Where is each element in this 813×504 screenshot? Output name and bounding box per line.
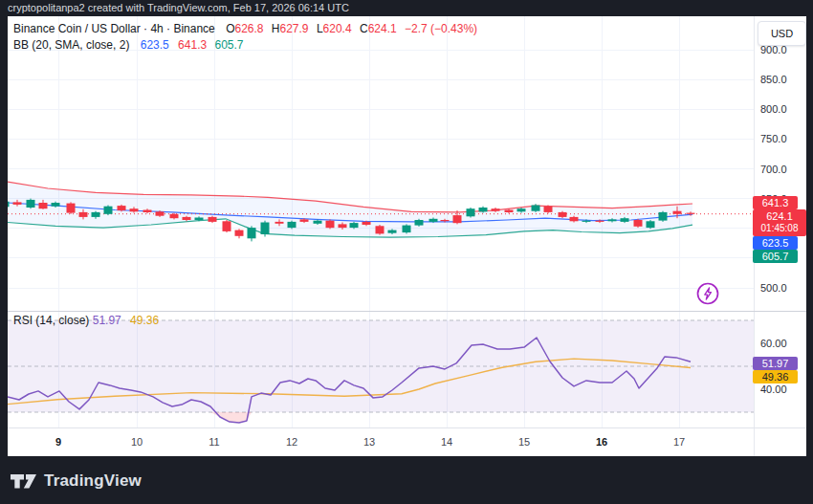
rsi-tick-label: 40.00: [760, 383, 787, 395]
candle-body: [288, 222, 297, 228]
candle-body: [170, 214, 179, 218]
bb-upper-value: 641.3: [178, 38, 207, 52]
candle-body: [261, 223, 270, 235]
time-axis-label: 15: [518, 436, 530, 448]
candle-body: [621, 218, 629, 222]
price-tick-label: 750.0: [760, 133, 787, 144]
candle-body: [596, 221, 604, 222]
candle-body: [492, 208, 500, 211]
candle-body: [544, 207, 553, 212]
low-label: L: [317, 22, 323, 35]
bb-basis-price-badge: 623.5: [753, 236, 798, 250]
candle-body: [104, 207, 113, 214]
flash-boost-button[interactable]: [695, 281, 720, 306]
candle-body: [143, 210, 152, 213]
chart-panel: Binance Coin / US Dollar · 4h · Binance …: [8, 16, 806, 456]
bar-countdown: 01:45:08: [753, 223, 806, 234]
price-pane[interactable]: [8, 16, 754, 311]
candle-body: [429, 219, 438, 222]
rsi-tick-label: 60.00: [760, 338, 787, 349]
time-axis-label: 12: [286, 436, 297, 448]
rsi-legend-row[interactable]: RSI (14, close) 51.97 49.36: [13, 314, 165, 327]
candle-body: [687, 213, 695, 214]
candle-body: [570, 217, 579, 221]
candle-body: [673, 211, 682, 214]
candle-body: [27, 200, 35, 208]
candle-body: [415, 220, 424, 226]
open-value: 626.8: [234, 22, 263, 35]
high-value: 627.9: [280, 22, 309, 35]
close-label: C: [360, 22, 368, 35]
candle-body: [505, 210, 514, 213]
pane-separator[interactable]: [8, 311, 806, 312]
candle-body: [339, 224, 347, 228]
candle-body: [363, 222, 371, 225]
rsi-indicator-label[interactable]: RSI (14, close): [13, 314, 89, 327]
candle-body: [92, 212, 100, 217]
time-axis-separator: [8, 427, 806, 428]
time-axis-label: 10: [131, 436, 143, 448]
candle-body: [326, 221, 335, 229]
candle-body: [235, 230, 244, 236]
candle-body: [403, 226, 411, 233]
rsi-value: 51.97: [93, 314, 121, 327]
high-label: H: [272, 22, 280, 35]
candle-body: [608, 219, 617, 221]
time-axis[interactable]: 91011121314151617: [8, 428, 754, 456]
candle-body: [195, 218, 204, 221]
low-value: 620.4: [323, 22, 352, 35]
candle-body: [647, 221, 655, 228]
candle-body: [479, 208, 488, 211]
bb-lower-price-badge: 605.7: [753, 250, 798, 263]
tradingview-snapshot: cryptopolitanpa2 created with TradingVie…: [0, 0, 813, 504]
rsi-pane[interactable]: [8, 311, 754, 427]
last-price-value: 624.1: [753, 210, 806, 223]
candle-body: [350, 223, 359, 228]
tradingview-logo-text: TradingView: [44, 471, 142, 491]
symbol-legend-row[interactable]: Binance Coin / US Dollar · 4h · Binance …: [13, 21, 482, 37]
symbol-legend[interactable]: Binance Coin / US Dollar · 4h · Binance …: [13, 21, 482, 54]
tradingview-brand[interactable]: TradingView: [11, 471, 142, 491]
currency-toggle-button[interactable]: USD: [758, 21, 806, 46]
symbol-title[interactable]: Binance Coin / US Dollar · 4h · Binance: [13, 22, 215, 35]
attribution-bar: cryptopolitanpa2 created with TradingVie…: [0, 0, 813, 16]
last-price-badge: 624.1 01:45:08: [753, 209, 806, 236]
rsi-value-badge: 51.97: [753, 357, 798, 370]
candle-body: [275, 222, 284, 224]
time-axis-label: 9: [55, 436, 61, 448]
candle-body: [517, 208, 526, 211]
footer: TradingView: [0, 456, 813, 504]
time-axis-label: 16: [596, 436, 607, 448]
candle-body: [13, 202, 22, 205]
candle-body: [8, 202, 10, 208]
candle-body: [532, 206, 540, 211]
candle-body: [39, 203, 48, 208]
rsi-ma-value: 49.36: [130, 314, 159, 327]
candle-body: [467, 208, 475, 216]
candle-body: [118, 206, 126, 210]
candle-body: [300, 219, 309, 222]
tradingview-logo-icon: [11, 472, 36, 491]
candle-body: [79, 212, 88, 217]
rsi-oversold-fill: [8, 412, 691, 423]
price-tick-label: 850.0: [760, 74, 787, 85]
attribution-text: cryptopolitanpa2 created with TradingVie…: [8, 2, 349, 13]
bb-legend-row[interactable]: BB (20, SMA, close, 2) 623.5 641.3 605.7: [13, 37, 482, 54]
candle-body: [659, 212, 668, 221]
price-tick-label: 500.0: [760, 282, 787, 294]
candle-body: [67, 204, 76, 213]
candle-body: [634, 220, 643, 227]
bb-indicator-label[interactable]: BB (20, SMA, close, 2): [13, 38, 129, 52]
change-value: −2.7 (−0.43%): [405, 22, 477, 35]
candle-body: [441, 220, 450, 221]
candle-body: [314, 221, 322, 224]
candle-body: [376, 226, 385, 233]
candle-body: [388, 230, 397, 233]
candle-body: [52, 203, 60, 207]
price-tick-label: 700.0: [760, 164, 787, 175]
rsi-ma-value-badge: 49.36: [753, 370, 798, 383]
bb-basis-value: 623.5: [141, 38, 169, 52]
flash-icon-circle: [698, 284, 718, 304]
candle-body: [183, 217, 191, 220]
close-value: 624.1: [368, 22, 397, 35]
